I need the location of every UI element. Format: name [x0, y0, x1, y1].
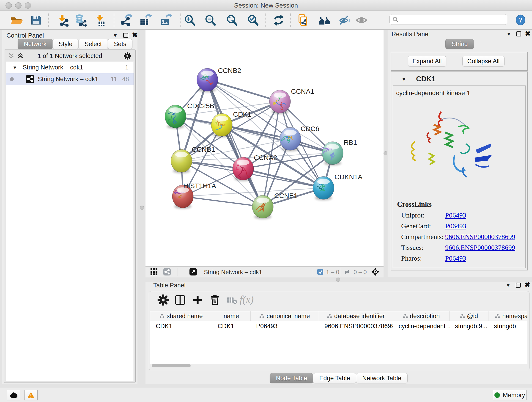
open-session-icon[interactable] — [10, 14, 23, 27]
tab-sets[interactable]: Sets — [108, 39, 133, 49]
table-settings-gear-icon[interactable] — [157, 294, 169, 306]
network-view-title: String Network – cdk1 — [204, 269, 262, 276]
tab-node-table[interactable]: Node Table — [270, 373, 313, 383]
zoom-fit-icon[interactable] — [225, 14, 238, 27]
network-node-ccna2[interactable]: CCNA2 — [233, 154, 277, 181]
table-row[interactable]: CDK1CDK1P064939606.ENSP00000378699cyclin… — [150, 321, 527, 331]
column-header-description[interactable]: description — [393, 311, 450, 321]
tab-select[interactable]: Select — [78, 39, 108, 49]
panel-close-icon[interactable]: ✖ — [525, 282, 530, 288]
panel-close-icon[interactable]: ✖ — [132, 32, 138, 38]
left-splitter-handle[interactable] — [140, 206, 144, 210]
table-cell[interactable]: stringdb — [488, 321, 527, 331]
search-input[interactable] — [399, 16, 498, 23]
tab-style[interactable]: Style — [52, 39, 79, 49]
crosslink-value-link[interactable]: 9606.ENSP00000378699 — [445, 244, 515, 251]
network-node-cdkn1a[interactable]: CDKN1A — [313, 173, 362, 200]
column-header-shared-name[interactable]: shared name — [150, 311, 212, 321]
table-cell[interactable]: P06493 — [251, 321, 319, 331]
crosslink-value-link[interactable]: P06493 — [445, 254, 466, 262]
export-image-icon[interactable] — [159, 14, 172, 27]
column-header--id[interactable]: @id — [450, 311, 488, 321]
network-selection-summary: 1 of 1 Network selected — [4, 52, 135, 60]
panel-menu-icon[interactable]: ▼ — [113, 33, 118, 38]
crosslink-value-link[interactable]: P06493 — [445, 222, 466, 230]
hide-selected-icon[interactable] — [338, 14, 351, 27]
network-collection-row[interactable]: ▼ String Network – cdk1 1 — [6, 62, 133, 73]
expand-all-button[interactable]: Expand All — [408, 56, 446, 66]
network-node-rb1[interactable]: RB1 — [321, 139, 357, 166]
zoom-in-icon[interactable] — [183, 14, 196, 27]
add-column-icon[interactable] — [191, 294, 203, 306]
panel-float-icon[interactable] — [516, 32, 521, 36]
table-cell[interactable]: 9606.ENSP00000378699 — [319, 321, 393, 331]
crosshair-icon[interactable] — [371, 268, 380, 277]
zoom-selected-icon[interactable] — [247, 14, 259, 27]
network-edge[interactable] — [243, 169, 323, 188]
function-builder-icon[interactable]: f(x) — [240, 294, 254, 305]
import-table-from-file-icon[interactable] — [94, 14, 106, 27]
selected-counts: 1 – 0 — [326, 269, 339, 276]
delete-table-icon[interactable] — [226, 294, 238, 306]
table-cell[interactable]: stringdb:9... — [450, 321, 488, 331]
tab-edge-table[interactable]: Edge Table — [313, 373, 356, 383]
crosslink-row: Pharos:P06493 — [401, 254, 525, 265]
search-field[interactable] — [389, 14, 507, 25]
network-node-ccna1[interactable]: CCNA1 — [269, 88, 314, 114]
save-session-icon[interactable] — [30, 14, 43, 27]
network-edge[interactable] — [183, 196, 263, 207]
network-edge[interactable] — [207, 80, 280, 102]
help-icon[interactable]: ? — [515, 14, 526, 26]
network-view-icon[interactable] — [163, 268, 171, 276]
column-header-name[interactable]: name — [212, 311, 251, 321]
table-cell[interactable]: CDK1 — [150, 321, 212, 331]
panel-float-icon[interactable] — [516, 283, 521, 288]
show-columns-icon[interactable] — [174, 294, 186, 306]
export-network-icon[interactable] — [120, 14, 133, 27]
export-table-icon[interactable] — [139, 14, 152, 27]
section-expander-icon[interactable]: ▼ — [401, 77, 406, 82]
network-node-cdc25b[interactable]: CDC25B — [165, 102, 214, 129]
crosslink-value-link[interactable]: P06493 — [445, 211, 466, 219]
show-hidden-icon[interactable] — [355, 14, 368, 27]
tree-expander-icon[interactable]: ▼ — [13, 65, 17, 70]
panel-menu-icon[interactable]: ▼ — [506, 283, 511, 288]
network-node-hist1h1a[interactable]: HIST1H1A — [172, 182, 216, 209]
tab-network[interactable]: Network — [18, 39, 53, 49]
duplicate-network-icon[interactable] — [297, 14, 310, 27]
zoom-out-icon[interactable] — [204, 14, 217, 27]
crosslink-value-link[interactable]: 9606.ENSP00000378699 — [445, 233, 515, 241]
delete-column-trash-icon[interactable] — [209, 294, 221, 306]
network-canvas[interactable]: CCNB2CCNA1CDC25BCDK1CDC6RB1CCNB1CCNA2CDK… — [146, 30, 384, 266]
table-cell[interactable]: CDK1 — [212, 321, 251, 331]
grid-view-icon[interactable] — [151, 268, 157, 276]
warnings-button[interactable] — [24, 390, 38, 400]
network-options-gear-icon[interactable] — [123, 52, 131, 61]
node-table[interactable]: shared namenamecanonical namedatabase id… — [150, 311, 527, 364]
refresh-view-icon[interactable] — [272, 14, 285, 27]
table-cell[interactable]: cyclin-dependent ... — [393, 321, 450, 331]
horizontal-splitter-handle[interactable] — [336, 278, 340, 282]
network-graph[interactable]: CCNB2CCNA1CDC25BCDK1CDC6RB1CCNB1CCNA2CDK… — [146, 30, 384, 266]
column-header-canonical-name[interactable]: canonical name — [251, 311, 319, 321]
network-row-selected[interactable]: String Network – cdk1 11 48 — [6, 73, 133, 85]
import-network-from-file-icon[interactable] — [56, 14, 69, 27]
memory-button[interactable]: Memory — [493, 390, 526, 400]
detach-view-icon[interactable] — [190, 268, 197, 276]
horizontal-scrollbar[interactable] — [152, 364, 191, 367]
column-header-namespace[interactable]: namespace — [488, 311, 527, 321]
column-header-database-identifier[interactable]: database identifier — [319, 311, 393, 321]
show-all-networks-icon[interactable] — [318, 14, 331, 27]
panel-close-icon[interactable]: ✖ — [525, 31, 531, 37]
panel-float-icon[interactable] — [123, 33, 128, 38]
cloud-button[interactable] — [7, 390, 20, 400]
panel-menu-icon[interactable]: ▼ — [506, 32, 511, 37]
tab-string[interactable]: String — [445, 39, 474, 49]
selected-checkbox-icon[interactable] — [317, 269, 323, 276]
network-node-cdk1[interactable]: CDK1 — [211, 110, 251, 137]
hidden-eye-slash-icon[interactable] — [344, 268, 351, 276]
collapse-all-button[interactable]: Collapse All — [462, 56, 505, 66]
import-network-from-database-icon[interactable] — [74, 14, 87, 27]
tab-network-table[interactable]: Network Table — [356, 373, 408, 383]
network-node-ccne1[interactable]: CCNE1 — [252, 192, 298, 219]
